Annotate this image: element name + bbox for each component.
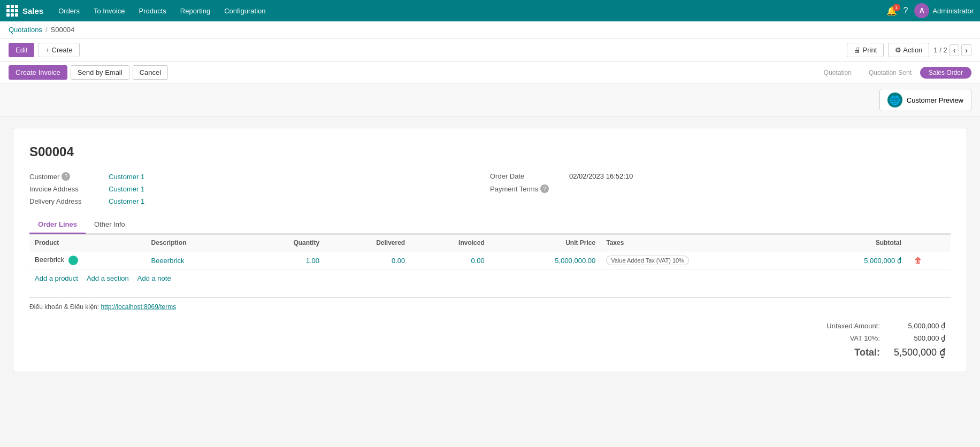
add-section-link[interactable]: Add a section <box>87 274 129 282</box>
menu-to-invoice[interactable]: To Invoice <box>87 3 132 19</box>
untaxed-row: Untaxed Amount: 5,000,000 ₫ <box>822 320 950 332</box>
help-button[interactable]: ? <box>904 6 908 16</box>
col-taxes: Taxes <box>601 235 803 251</box>
cancel-button[interactable]: Cancel <box>133 65 168 80</box>
customer-value[interactable]: Customer 1 <box>109 173 144 181</box>
action-bar-right: 🖨 Print ⚙ Action 1 / 2 ‹ › <box>847 43 971 57</box>
col-quantity: Quantity <box>246 235 325 251</box>
total-value: 5,500,000 ₫ <box>885 345 950 360</box>
row-description: Beeerbrick <box>146 251 245 270</box>
row-unit-price: 5,000,000.00 <box>490 251 601 270</box>
add-note-link[interactable]: Add a note <box>137 274 171 282</box>
vat-row: VAT 10%: 500,000 ₫ <box>822 333 950 344</box>
totals-section: Untaxed Amount: 5,000,000 ₫ VAT 10%: 500… <box>29 319 951 361</box>
row-delivered: 0.00 <box>325 251 410 270</box>
step-sales-order: Sales Order <box>920 67 971 79</box>
customer-preview-button[interactable]: 🌐 Customer Preview <box>879 89 971 111</box>
form-grid: Customer ? Customer 1 Invoice Address Cu… <box>29 172 951 205</box>
menu-configuration[interactable]: Configuration <box>218 3 272 19</box>
form-left: Customer ? Customer 1 Invoice Address Cu… <box>29 172 490 205</box>
action-bar: Edit + Create 🖨 Print ⚙ Action 1 / 2 ‹ › <box>0 38 980 62</box>
print-button[interactable]: 🖨 Print <box>847 43 884 57</box>
vat-value: 500,000 ₫ <box>885 333 950 344</box>
untaxed-label: Untaxed Amount: <box>822 320 884 332</box>
order-date-label: Order Date <box>490 172 565 180</box>
app-name: Sales <box>22 6 43 16</box>
form-right: Order Date 02/02/2023 16:52:10 Payment T… <box>490 172 951 205</box>
page-info: 1 / 2 <box>933 46 947 54</box>
customer-label: Customer ? <box>29 172 104 181</box>
row-product: Beerbrick <box>29 251 146 270</box>
terms-link[interactable]: http://localhost:8069/terms <box>101 303 176 311</box>
send-email-button[interactable]: Send by Email <box>71 65 129 80</box>
notification-button[interactable]: 🔔 1 <box>886 6 897 16</box>
breadcrumb-parent[interactable]: Quotations <box>9 26 42 34</box>
customer-preview-label: Customer Preview <box>907 96 963 104</box>
tab-other-info[interactable]: Other Info <box>86 216 134 234</box>
main-content: S00004 Customer ? Customer 1 Invoice Add… <box>0 117 980 383</box>
page-navigation: 1 / 2 ‹ › <box>933 44 971 56</box>
document-card: S00004 Customer ? Customer 1 Invoice Add… <box>13 128 967 372</box>
invoice-address-value[interactable]: Customer 1 <box>109 185 144 193</box>
total-label: Total: <box>822 345 884 360</box>
step-quotation: Quotation <box>815 67 860 79</box>
row-invoiced: 0.00 <box>410 251 490 270</box>
menu-products[interactable]: Products <box>132 3 172 19</box>
terms-label: Điều khoản & Điều kiện: <box>29 303 99 311</box>
add-row-actions: Add a product Add a section Add a note <box>29 270 951 287</box>
col-product: Product <box>29 235 146 251</box>
row-description-value[interactable]: Beeerbrick <box>151 257 184 265</box>
user-avatar: A <box>914 3 929 18</box>
edit-button[interactable]: Edit <box>9 43 34 57</box>
top-menu: Orders To Invoice Products Reporting Con… <box>52 3 886 19</box>
order-date-row: Order Date 02/02/2023 16:52:10 <box>490 172 951 180</box>
untaxed-value: 5,000,000 ₫ <box>885 320 950 332</box>
breadcrumb-separator: / <box>45 26 48 34</box>
action-button[interactable]: ⚙ Action <box>888 43 929 57</box>
create-button[interactable]: + Create <box>39 43 79 57</box>
document-title: S00004 <box>29 144 951 159</box>
menu-reporting[interactable]: Reporting <box>174 3 217 19</box>
delivery-address-value[interactable]: Customer 1 <box>109 197 144 205</box>
app-logo[interactable]: Sales <box>6 5 43 17</box>
row-subtotal: 5,000,000 ₫ <box>803 251 906 270</box>
breadcrumb-current: S00004 <box>51 26 75 34</box>
topnav-right: 🔔 1 ? A Administrator <box>886 3 974 18</box>
totals-table: Untaxed Amount: 5,000,000 ₫ VAT 10%: 500… <box>821 319 951 361</box>
breadcrumb: Quotations / S00004 <box>0 21 980 38</box>
create-invoice-button[interactable]: Create Invoice <box>9 65 67 80</box>
terms-line: Điều khoản & Điều kiện: http://localhost… <box>29 303 951 311</box>
globe-icon: 🌐 <box>887 93 902 107</box>
add-product-link[interactable]: Add a product <box>35 274 78 282</box>
user-name: Administrator <box>932 7 974 15</box>
payment-terms-row: Payment Terms ? <box>490 184 951 193</box>
delete-row-icon[interactable]: 🗑 <box>914 256 922 265</box>
order-lines-table: Product Description Quantity Delivered I… <box>29 234 951 270</box>
status-actions: Create Invoice Send by Email Cancel <box>9 65 168 80</box>
step-quotation-sent: Quotation Sent <box>860 67 920 79</box>
col-invoiced: Invoiced <box>410 235 490 251</box>
tabs: Order Lines Other Info <box>29 216 951 234</box>
prev-page-button[interactable]: ‹ <box>950 44 960 56</box>
payment-terms-help-icon[interactable]: ? <box>540 184 549 193</box>
col-description: Description <box>146 235 245 251</box>
status-bar: Create Invoice Send by Email Cancel Quot… <box>0 62 980 83</box>
row-delete: 🗑 <box>907 251 951 270</box>
grid-icon <box>6 5 18 17</box>
menu-orders[interactable]: Orders <box>52 3 86 19</box>
col-subtotal: Subtotal <box>803 235 906 251</box>
user-menu[interactable]: A Administrator <box>914 3 974 18</box>
vat-label: VAT 10%: <box>822 333 884 344</box>
tax-badge: Value Added Tax (VAT) 10% <box>606 256 689 265</box>
footer-area: Điều khoản & Điều kiện: http://localhost… <box>29 297 951 361</box>
invoice-address-label: Invoice Address <box>29 185 104 193</box>
product-name[interactable]: Beerbrick <box>35 256 64 264</box>
customer-row: Customer ? Customer 1 <box>29 172 490 181</box>
delivery-address-label: Delivery Address <box>29 197 104 205</box>
tab-order-lines[interactable]: Order Lines <box>29 216 86 234</box>
status-steps: Quotation Quotation Sent Sales Order <box>815 67 971 79</box>
customer-help-icon[interactable]: ? <box>62 172 70 181</box>
next-page-button[interactable]: › <box>961 44 971 56</box>
total-row: Total: 5,500,000 ₫ <box>822 345 950 360</box>
top-navigation: Sales Orders To Invoice Products Reporti… <box>0 0 980 21</box>
